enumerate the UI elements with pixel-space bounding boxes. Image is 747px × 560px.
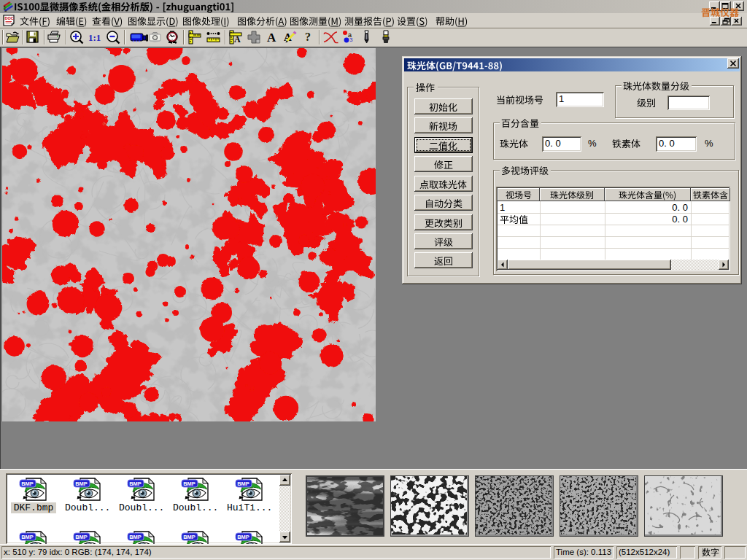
svg-text:BMP: BMP — [129, 481, 142, 487]
svg-text:1:1: 1:1 — [88, 32, 101, 43]
svg-text:BMP: BMP — [183, 534, 196, 540]
svg-text:BMP: BMP — [237, 481, 249, 487]
svg-text:3: 3 — [349, 36, 353, 43]
svg-text:BMP: BMP — [21, 534, 34, 540]
svg-text:BMP: BMP — [237, 534, 249, 540]
svg-text:BMP: BMP — [75, 534, 88, 540]
svg-text:BMP: BMP — [75, 481, 88, 487]
svg-text:BMP: BMP — [129, 534, 142, 540]
svg-text:A: A — [234, 34, 241, 44]
svg-text:A: A — [267, 31, 276, 44]
svg-text:BMP: BMP — [21, 481, 34, 487]
svg-text:BMP: BMP — [183, 481, 196, 487]
svg-text:DOC: DOC — [5, 16, 14, 20]
svg-text:?: ? — [305, 31, 311, 43]
